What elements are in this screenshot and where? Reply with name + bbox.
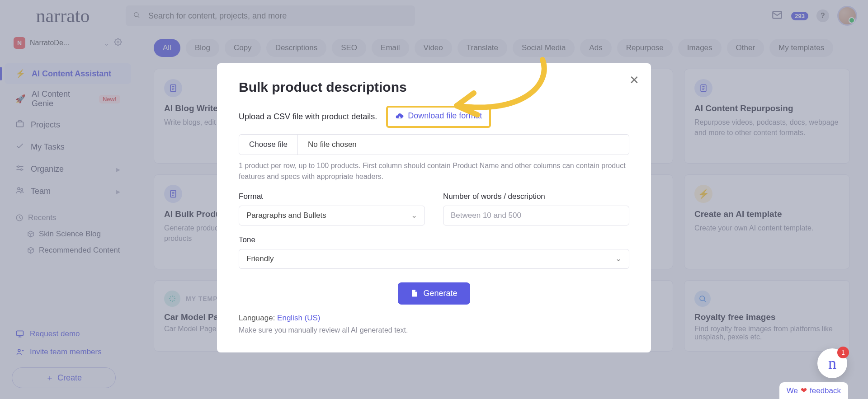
fab-letter: n	[828, 354, 836, 373]
help-fab[interactable]: n 1	[817, 348, 847, 378]
format-value: Paragraphs and Bullets	[246, 211, 326, 220]
heart-icon: ❤	[801, 386, 807, 395]
language-row: Language: English (US)	[239, 314, 629, 323]
language-prefix: Language:	[239, 314, 277, 322]
format-field: Format Paragraphs and Bullets ⌄	[239, 192, 425, 225]
modal-title: Bulk product descriptions	[239, 80, 629, 95]
upload-hint: 1 product per row, up to 100 products. F…	[239, 160, 629, 182]
words-input[interactable]	[443, 206, 629, 225]
feedback-prefix: We	[787, 386, 798, 395]
words-field: Number of words / description	[443, 192, 629, 225]
modal-backdrop[interactable]: ✕ Bulk product descriptions Upload a CSV…	[0, 0, 868, 399]
feedback-pill[interactable]: We ❤ feedback	[779, 382, 848, 399]
file-input-row[interactable]: Choose file No file chosen	[239, 134, 629, 155]
format-select[interactable]: Paragraphs and Bullets ⌄	[239, 206, 425, 225]
words-label: Number of words / description	[443, 192, 629, 201]
format-label: Format	[239, 192, 425, 201]
bulk-product-modal: ✕ Bulk product descriptions Upload a CSV…	[217, 63, 651, 352]
language-link[interactable]: English (US)	[277, 314, 320, 322]
cloud-download-icon	[395, 112, 404, 121]
generate-label: Generate	[423, 289, 457, 298]
download-link-label: Download file format	[408, 111, 482, 121]
tone-label: Tone	[239, 235, 629, 244]
close-icon[interactable]: ✕	[629, 73, 639, 87]
download-file-format-link[interactable]: Download file format	[395, 111, 482, 121]
file-icon	[410, 289, 419, 297]
chevron-down-icon: ⌄	[411, 211, 417, 220]
chevron-down-icon: ⌄	[615, 254, 622, 263]
tone-value: Friendly	[246, 254, 274, 263]
tone-field: Tone Friendly ⌄	[239, 235, 629, 269]
feedback-suffix: feedback	[810, 386, 841, 395]
fab-badge: 1	[837, 347, 849, 358]
choose-file-button[interactable]: Choose file	[239, 135, 298, 155]
download-highlight: Download file format	[386, 106, 491, 128]
tone-select[interactable]: Friendly ⌄	[239, 249, 629, 269]
generate-button[interactable]: Generate	[398, 282, 470, 305]
upload-label: Upload a CSV file with product details.	[239, 112, 377, 122]
file-status: No file chosen	[298, 140, 367, 149]
review-note: Make sure you manually review all AI gen…	[239, 326, 629, 334]
